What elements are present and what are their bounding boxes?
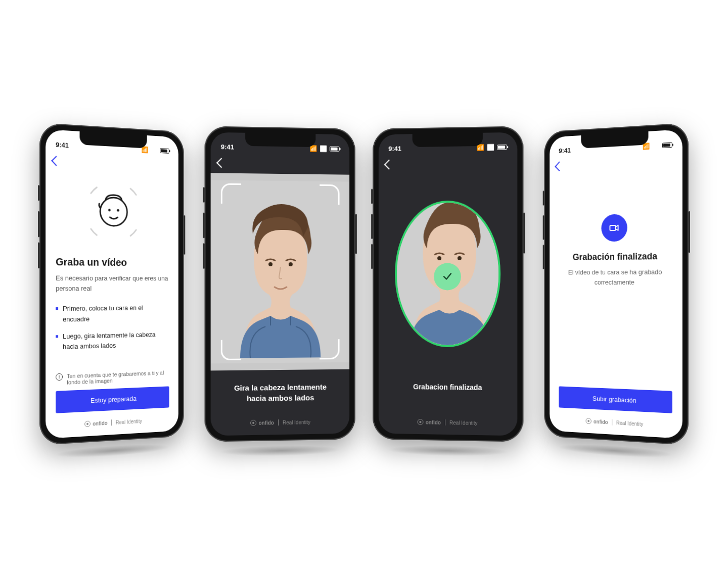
brand-footer: onfido Real Identity — [221, 414, 340, 431]
onfido-logo-icon — [586, 418, 592, 424]
camera-viewport — [211, 173, 350, 370]
wifi-icon — [652, 141, 660, 150]
svg-point-7 — [437, 256, 441, 260]
screen-subtitle: El vídeo de tu cara se ha grabado correc… — [567, 267, 663, 287]
capture-frame — [221, 183, 340, 360]
svg-rect-9 — [610, 225, 615, 230]
signal-icon — [309, 145, 317, 152]
svg-point-0 — [100, 197, 127, 226]
brand-footer: onfido Real Identity — [388, 414, 507, 431]
phone-mockup-upload: 9:41 Grabación finalizada El vídeo de tu… — [544, 123, 689, 445]
signal-icon — [477, 144, 484, 151]
phone-mockup-intro: 9:41 — [39, 123, 184, 445]
signal-icon — [643, 142, 650, 150]
success-check-icon — [434, 263, 461, 290]
status-time: 9:41 — [221, 143, 234, 151]
ready-button[interactable]: Estoy preparada — [56, 386, 169, 413]
status-time: 9:41 — [56, 141, 69, 150]
status-time: 9:41 — [388, 145, 401, 152]
battery-icon — [497, 145, 507, 150]
list-item: Luego, gira lentamente la cabeza hacia a… — [56, 329, 169, 353]
wifi-icon — [320, 145, 327, 152]
brand-footer: onfido Real Identity — [56, 412, 169, 433]
back-icon[interactable] — [216, 158, 226, 168]
screen-title: Graba un vídeo — [56, 256, 169, 269]
list-item: Primero, coloca tu cara en el encuadre — [56, 303, 169, 325]
brand-footer: onfido Real Identity — [559, 412, 672, 433]
back-icon[interactable] — [51, 156, 61, 166]
onfido-logo-icon — [418, 419, 424, 425]
svg-point-2 — [117, 209, 119, 212]
instruction-list: Primero, coloca tu cara en el encuadre L… — [56, 303, 169, 359]
status-time: 9:41 — [559, 147, 571, 155]
info-icon: ! — [56, 373, 63, 381]
back-icon[interactable] — [555, 162, 564, 171]
phone-mockup-complete: 9:41 — [373, 126, 523, 442]
face-outline-icon — [87, 183, 140, 242]
battery-icon — [160, 148, 169, 154]
status-bar: 9:41 — [379, 132, 518, 155]
signal-icon — [142, 146, 149, 154]
onfido-logo-icon — [85, 420, 91, 427]
screen-title: Grabación finalizada — [573, 251, 657, 263]
upload-button[interactable]: Subir grabación — [559, 386, 672, 413]
back-icon[interactable] — [384, 160, 394, 170]
battery-icon — [330, 146, 340, 151]
video-camera-icon — [601, 214, 627, 242]
recording-status: Grabacion finalizada — [388, 373, 507, 396]
wifi-icon — [151, 146, 158, 154]
onfido-logo-icon — [251, 420, 257, 426]
screen-subtitle: Es necesario para verificar que eres una… — [56, 273, 169, 294]
phone-mockup-capture: 9:41 — [205, 126, 355, 442]
capture-instruction: Gira la cabeza lentamente hacia ambos la… — [221, 369, 340, 416]
svg-point-1 — [108, 209, 111, 211]
status-bar: 9:41 — [211, 132, 350, 155]
battery-icon — [662, 142, 672, 148]
svg-point-8 — [458, 256, 462, 260]
wifi-icon — [487, 143, 494, 151]
